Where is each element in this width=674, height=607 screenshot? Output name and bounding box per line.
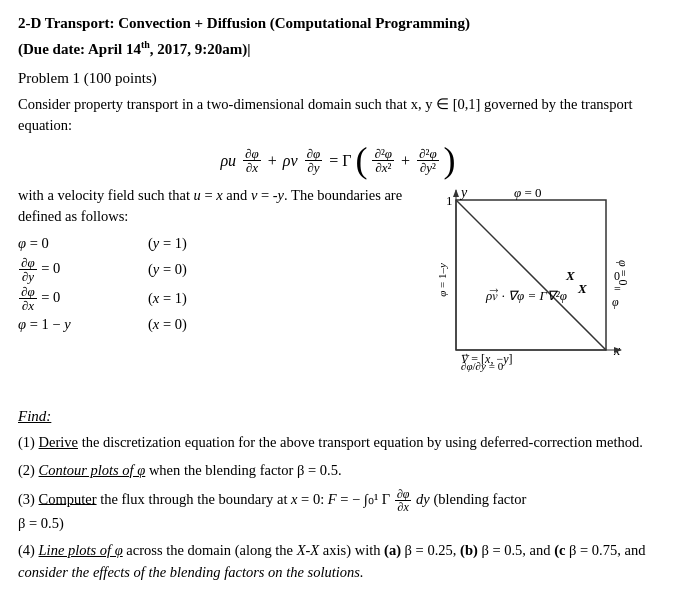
find-item-2-text: when the blending factor β = 0.5.: [149, 462, 342, 478]
svg-text:V⃗ = [x, −y]: V⃗ = [x, −y]: [461, 352, 513, 366]
bc-left-4: φ = 1 − y: [18, 314, 148, 335]
find-item-1-text: the discretization equation for the abov…: [82, 434, 643, 450]
find-item-3-text: the flux through the boundary at x = 0: …: [100, 490, 390, 506]
find-item-4: (4) Line plots of φ across the domain (a…: [18, 540, 656, 584]
title-line2: (Due date: April 14th, 2017, 9:20am)|: [18, 37, 656, 61]
bc-right-2: (y = 0): [148, 259, 228, 280]
transport-equation: ρu ∂φ ∂x + ρv ∂φ ∂y = Γ ( ∂²φ ∂x² + ∂²φ: [18, 146, 656, 175]
find-label: Find:: [18, 406, 656, 428]
svg-text:φ = 1–y: φ = 1–y: [436, 263, 448, 297]
find-item-3-dy: dy (blending factor: [416, 490, 526, 506]
find-num-1: (1): [18, 434, 39, 450]
find-item-2: (2) Contour plots of φ when the blending…: [18, 460, 656, 482]
bc-row-4: φ = 1 − y (x = 0): [18, 314, 416, 335]
bc-right-4: (x = 0): [148, 314, 228, 335]
domain-diagram: y 1 x φ = 0 φ = 0 0 = φ φ = 1–y ∂φ/∂y =: [426, 185, 641, 390]
svg-text:y: y: [459, 185, 468, 200]
bc-left-3: ∂φ ∂x = 0: [18, 285, 148, 312]
svg-marker-17: [453, 189, 459, 197]
find-num-3: (3): [18, 490, 39, 506]
find-item-3: (3) Computer the flux through the bounda…: [18, 488, 656, 535]
bc-row-2: ∂φ ∂y = 0 (y = 0): [18, 256, 416, 283]
find-item-1: (1) Derive the discretization equation f…: [18, 432, 656, 454]
bc-right-1: (y = 1): [148, 233, 228, 254]
bc-left-1: φ = 0: [18, 233, 148, 254]
bc-row-1: φ = 0 (y = 1): [18, 233, 416, 254]
title-line1: 2-D Transport: Convection + Diffusion (C…: [18, 12, 656, 35]
due-date-label: Due date: April 14th, 2017, 9:20am)|: [23, 41, 251, 57]
svg-text:X: X: [565, 268, 575, 283]
find-section: Find: (1) Derive the discretization equa…: [18, 406, 656, 584]
bc-left-2: ∂φ ∂y = 0: [18, 256, 148, 283]
diagram-section: y 1 x φ = 0 φ = 0 0 = φ φ = 1–y ∂φ/∂y =: [426, 185, 656, 397]
bc-section: with a velocity field such that u = x an…: [18, 185, 416, 337]
svg-text:1: 1: [446, 193, 453, 208]
find-lineplots-label: Line plots of φ: [39, 542, 123, 558]
bc-row-3: ∂φ ∂x = 0 (x = 1): [18, 285, 416, 312]
find-num-2: (2): [18, 462, 39, 478]
velocity-text: with a velocity field such that u = x an…: [18, 185, 416, 227]
bc-right-3: (x = 1): [148, 288, 228, 309]
svg-line-11: [456, 200, 606, 350]
find-contour-label: Contour plots of φ: [39, 462, 146, 478]
find-items: (1) Derive the discretization equation f…: [18, 432, 656, 584]
svg-text:0: 0: [614, 269, 620, 283]
svg-text:φ = 0: φ = 0: [514, 185, 542, 200]
svg-text:φ: φ: [612, 295, 619, 309]
find-computer-label: Computer: [39, 490, 97, 506]
problem-intro: Consider property transport in a two-dim…: [18, 94, 656, 136]
find-item-3-frac: ∂φ ∂x: [395, 488, 412, 513]
svg-text:ρ𝑣⃗ · ∇φ = Γ∇²φ: ρ𝑣⃗ · ∇φ = Γ∇²φ: [485, 288, 567, 303]
svg-text:X: X: [577, 281, 587, 296]
find-derive-label: Derive: [39, 434, 78, 450]
bc-diagram-section: with a velocity field such that u = x an…: [18, 185, 656, 397]
svg-text:=: =: [614, 282, 621, 296]
problem-label: Problem 1 (100 points): [18, 68, 656, 90]
find-num-4: (4): [18, 542, 39, 558]
title-block: 2-D Transport: Convection + Diffusion (C…: [18, 12, 656, 60]
find-item-3-beta: β = 0.5): [18, 515, 64, 531]
